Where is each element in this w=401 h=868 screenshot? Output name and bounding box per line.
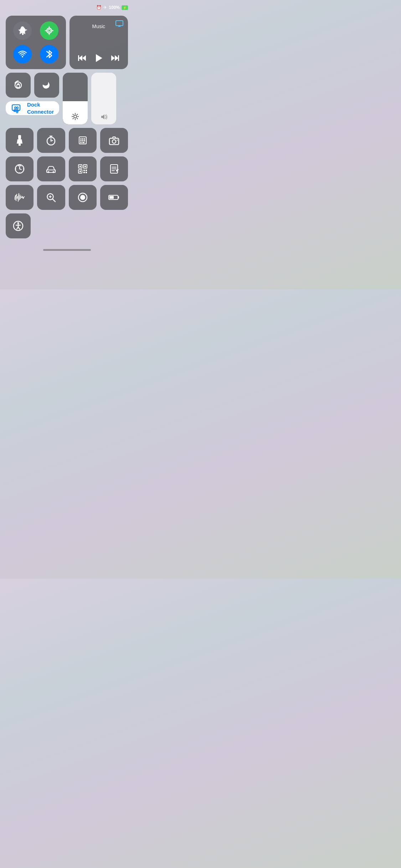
svg-line-28 — [77, 114, 78, 115]
cellular-icon — [45, 26, 54, 35]
svg-rect-69 — [86, 172, 87, 173]
svg-point-41 — [84, 138, 85, 140]
svg-line-106 — [18, 227, 20, 229]
small-buttons-row — [6, 73, 59, 98]
svg-rect-30 — [18, 135, 21, 139]
svg-rect-47 — [109, 138, 119, 145]
status-bar: ⏰ ✈ 100% ⚡ — [0, 0, 134, 13]
dock-connector-icon — [11, 103, 23, 113]
shortcuts-row-1 — [6, 128, 128, 153]
qr-scanner-button[interactable] — [69, 156, 97, 181]
svg-rect-19 — [15, 107, 16, 109]
calculator-icon — [78, 135, 88, 145]
timer-icon — [46, 135, 56, 146]
wifi-button[interactable] — [13, 45, 32, 63]
svg-point-49 — [117, 140, 118, 141]
svg-point-44 — [84, 140, 85, 141]
svg-rect-32 — [19, 144, 21, 146]
svg-point-57 — [48, 171, 50, 173]
battery-icon: ⚡ — [122, 5, 128, 10]
svg-line-27 — [77, 118, 78, 119]
flashlight-icon — [16, 135, 23, 146]
svg-marker-11 — [111, 55, 115, 61]
magnifier-icon — [46, 192, 56, 202]
svg-marker-10 — [96, 54, 102, 62]
volume-icon — [100, 114, 108, 120]
svg-rect-67 — [86, 170, 87, 171]
svg-rect-66 — [83, 170, 85, 171]
svg-point-42 — [80, 140, 82, 141]
wifi-icon — [18, 50, 27, 59]
notes-button[interactable] — [100, 156, 128, 181]
svg-point-39 — [80, 138, 82, 140]
clock-icon — [14, 164, 25, 174]
camera-button[interactable] — [100, 128, 128, 153]
music-prev-button[interactable] — [75, 53, 89, 63]
do-not-disturb-button[interactable] — [34, 73, 59, 98]
accessibility-row — [6, 213, 128, 238]
svg-point-48 — [112, 140, 116, 143]
second-row: DockConnector — [6, 73, 128, 124]
sound-recognition-button[interactable] — [6, 185, 34, 210]
svg-point-55 — [23, 169, 24, 170]
car-icon — [46, 164, 56, 174]
music-tile[interactable]: Music — [70, 16, 128, 69]
rotation-lock-icon — [13, 80, 23, 90]
svg-rect-63 — [84, 166, 86, 167]
flashlight-button[interactable] — [6, 128, 34, 153]
magnifier-button[interactable] — [37, 185, 65, 210]
svg-point-1 — [48, 30, 50, 32]
battery-status-icon — [108, 194, 120, 201]
screen-record-button[interactable] — [69, 185, 97, 210]
airplane-mode-button[interactable] — [13, 21, 32, 40]
svg-line-26 — [73, 114, 74, 115]
svg-rect-100 — [118, 196, 119, 198]
timer-button[interactable] — [37, 128, 65, 153]
svg-point-40 — [82, 138, 83, 140]
svg-line-75 — [16, 194, 17, 197]
accessibility-icon — [12, 220, 24, 232]
svg-line-29 — [73, 118, 74, 119]
rotation-lock-button[interactable] — [6, 73, 31, 98]
svg-line-77 — [18, 193, 19, 197]
camera-icon — [109, 136, 119, 145]
svg-marker-18 — [16, 112, 19, 113]
bluetooth-button[interactable] — [40, 45, 58, 63]
shortcuts-row-3 — [6, 185, 128, 210]
svg-marker-7 — [82, 55, 86, 61]
svg-marker-31 — [17, 139, 22, 144]
screen-record-icon — [77, 192, 88, 203]
svg-point-56 — [15, 169, 16, 170]
svg-rect-61 — [79, 166, 81, 167]
control-center: Music — [0, 13, 134, 246]
carplay-button[interactable] — [37, 156, 65, 181]
calculator-button[interactable] — [69, 128, 97, 153]
svg-line-93 — [53, 199, 56, 202]
volume-slider[interactable] — [91, 73, 116, 124]
clock-button[interactable] — [6, 156, 34, 181]
svg-point-6 — [22, 56, 23, 57]
dock-connector-button[interactable]: DockConnector — [6, 101, 59, 115]
left-controls: DockConnector — [6, 73, 59, 115]
alarm-icon: ⏰ — [96, 5, 102, 10]
svg-rect-46 — [82, 142, 84, 143]
svg-rect-20 — [17, 107, 18, 109]
airplay-icon[interactable] — [115, 20, 124, 27]
cellular-button[interactable] — [40, 21, 58, 40]
status-icons: ⏰ ✈ 100% ⚡ — [96, 5, 128, 10]
location-icon: ✈ — [103, 5, 107, 10]
music-controls — [74, 52, 123, 64]
accessibility-button[interactable] — [6, 213, 31, 238]
shortcuts-row-2 — [6, 156, 128, 181]
svg-rect-65 — [79, 171, 81, 172]
music-play-button[interactable] — [92, 52, 106, 64]
svg-rect-15 — [17, 85, 20, 87]
brightness-slider[interactable] — [63, 73, 88, 124]
sound-recognition-icon — [14, 193, 25, 202]
music-next-button[interactable] — [108, 53, 122, 63]
notes-icon — [109, 164, 119, 174]
svg-marker-12 — [115, 55, 118, 61]
svg-point-53 — [19, 172, 20, 174]
svg-line-52 — [20, 169, 21, 170]
battery-button[interactable] — [100, 185, 128, 210]
